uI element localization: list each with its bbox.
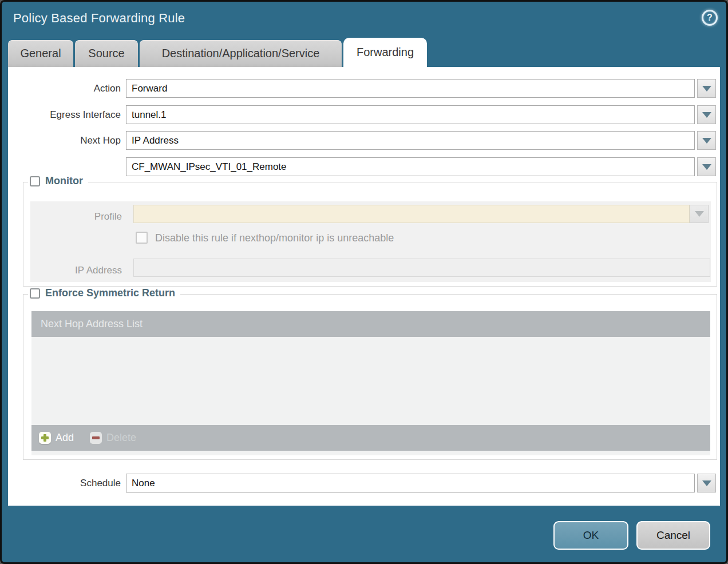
schedule-dropdown-button[interactable] [697,474,716,492]
chevron-down-icon [702,138,711,144]
ok-button[interactable]: OK [553,521,628,550]
chevron-down-icon [695,211,704,217]
next-hop-address-select[interactable]: CF_MWAN_IPsec_VTI_01_Remote [126,157,695,176]
action-label: Action [8,79,121,98]
next-hop-address-list-header: Next Hop Address List [31,311,710,337]
action-dropdown-button[interactable] [697,79,716,98]
monitor-ip-address-label: IP Address [30,261,122,280]
next-hop-address-dropdown-button[interactable] [697,157,716,176]
cancel-button[interactable]: Cancel [636,521,710,550]
tab-forwarding[interactable]: Forwarding [343,38,427,67]
next-hop-address-list-table: Next Hop Address List Add Delete [31,311,710,455]
next-hop-address-list-body[interactable] [31,337,710,425]
next-hop-address-list-toolbar: Add Delete [31,425,710,451]
help-icon-glyph: ? [707,13,713,23]
monitor-ip-address-input-disabled [133,259,710,277]
egress-interface-label: Egress Interface [8,105,121,124]
chevron-down-icon [702,480,711,486]
schedule-label: Schedule [8,474,121,492]
enforce-symmetric-return-section: Enforce Symmetric Return Next Hop Addres… [23,294,717,460]
schedule-select[interactable]: None [126,474,695,492]
enforce-symmetric-return-legend: Enforce Symmetric Return [28,287,180,299]
pbf-rule-dialog: Policy Based Forwarding Rule ? General S… [0,0,728,564]
action-select[interactable]: Forward [126,79,695,98]
chevron-down-icon [702,86,711,92]
egress-interface-dropdown-button[interactable] [697,105,716,124]
help-icon[interactable]: ? [702,10,718,26]
chevron-down-icon [702,112,711,118]
add-button[interactable]: Add [39,432,74,444]
table-bottom-strip [31,451,710,455]
enforce-symmetric-return-legend-label: Enforce Symmetric Return [45,287,175,299]
monitor-checkbox[interactable] [30,176,40,186]
minus-icon [90,432,102,444]
monitor-legend-label: Monitor [45,175,83,187]
plus-icon [39,432,51,444]
tab-bar: General Source Destination/Application/S… [8,38,427,67]
chevron-down-icon [702,164,711,170]
disable-rule-checkbox-label: Disable this rule if nexthop/monitor ip … [155,232,394,244]
tab-general[interactable]: General [8,40,73,67]
tab-content-forwarding: Action Forward Egress Interface tunnel.1… [8,67,720,506]
delete-button-label: Delete [106,432,136,444]
tab-destination-application-service[interactable]: Destination/Application/Service [140,40,342,67]
monitor-panel: Profile Disable this rule if nexthop/mon… [30,201,711,282]
monitor-section: Monitor Profile Disable this rule if nex… [23,182,717,287]
egress-interface-select[interactable]: tunnel.1 [126,105,695,124]
monitor-legend: Monitor [28,175,88,187]
disable-rule-checkbox [136,232,148,244]
next-hop-select[interactable]: IP Address [126,131,695,150]
profile-select-disabled [133,205,690,223]
profile-label: Profile [30,208,122,226]
enforce-symmetric-return-checkbox[interactable] [30,288,40,299]
add-button-label: Add [56,432,74,444]
tab-source[interactable]: Source [75,40,138,67]
dialog-title: Policy Based Forwarding Rule [13,11,185,26]
delete-button[interactable]: Delete [90,432,136,444]
next-hop-label: Next Hop [8,131,121,150]
next-hop-dropdown-button[interactable] [697,131,716,150]
profile-dropdown-button-disabled [690,205,709,223]
